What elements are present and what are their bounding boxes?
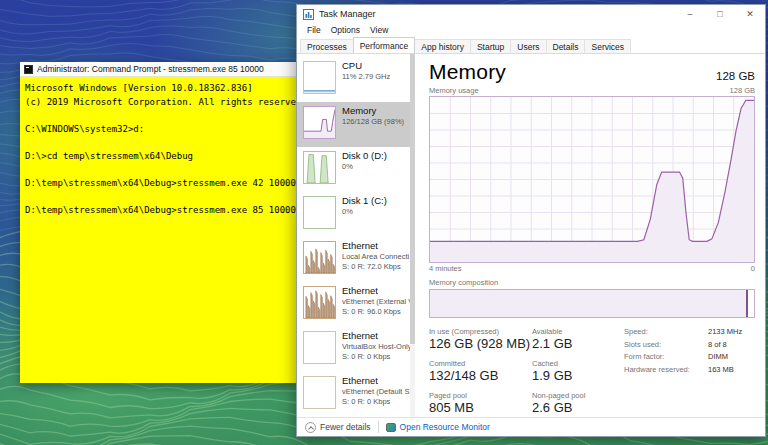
menu-bar: FileOptionsView (297, 23, 765, 37)
stat-label: Paged pool (429, 391, 526, 400)
eth-active-mini-chart (303, 241, 336, 274)
console-line: Microsoft Windows [Version 10.0.18362.83… (25, 82, 291, 96)
sidebar-item-title: Ethernet (342, 375, 411, 387)
memory-usage-chart (429, 96, 755, 263)
sidebar-item-memory[interactable]: Memory126/128 GB (98%) (297, 102, 415, 147)
task-manager-footer: Fewer details Open Resource Monitor (297, 417, 765, 436)
stat-label: Non-paged pool (532, 391, 610, 400)
disk-idle-mini-chart (303, 196, 336, 229)
sidebar-item-cpu[interactable]: CPU11% 2.79 GHz (297, 57, 415, 102)
open-resource-monitor-link[interactable]: Open Resource Monitor (386, 422, 490, 432)
performance-sidebar: CPU11% 2.79 GHzMemory126/128 GB (98%)Dis… (297, 54, 415, 417)
sidebar-item-title: Disk 1 (C:) (342, 195, 387, 207)
tab-startup[interactable]: Startup (470, 39, 511, 53)
task-manager-titlebar[interactable]: Task Manager – □ ✕ (297, 5, 765, 23)
detail-value: 2133 MHz (708, 327, 742, 336)
stat-cached: Cached1.9 GB (532, 359, 610, 384)
stat-value: 1.9 GB (532, 368, 610, 384)
sidebar-item-ethernet[interactable]: EthernetLocal Area Connecti...S: 0 R: 72… (297, 237, 415, 282)
stat-label: Committed (429, 359, 526, 368)
minimize-button[interactable]: – (675, 5, 705, 23)
tab-processes[interactable]: Processes (300, 39, 354, 53)
stat-available: Available2.1 GB (532, 327, 610, 352)
menu-options[interactable]: Options (326, 25, 365, 35)
stat-in-use-compressed-: In use (Compressed)126 GB (928 MB) (429, 327, 526, 352)
console-line (25, 136, 291, 150)
sidebar-item-disk-0-d-[interactable]: Disk 0 (D:)0% (297, 147, 415, 192)
cpu-mini-chart (303, 61, 336, 94)
task-manager-content: CPU11% 2.79 GHzMemory126/128 GB (98%)Dis… (297, 54, 765, 417)
sidebar-item-subtitle2: S: 0 R: 96.0 Kbps (342, 307, 411, 317)
fewer-details-toggle[interactable]: Fewer details (305, 422, 371, 433)
console-line: D:\temp\stressmem\x64\Debug>stressmem.ex… (25, 177, 291, 191)
console-line (25, 190, 291, 204)
sidebar-item-text: Disk 1 (C:)0% (342, 195, 387, 217)
tab-details[interactable]: Details (546, 39, 586, 53)
task-manager-window: Task Manager – □ ✕ FileOptionsView Proce… (296, 4, 766, 437)
menu-file[interactable]: File (302, 25, 326, 35)
tab-bar: ProcessesPerformanceApp historyStartupUs… (297, 37, 765, 54)
sidebar-item-text: CPU11% 2.79 GHz (342, 60, 390, 82)
eth-idle-mini-chart (303, 376, 336, 409)
detail-value: 163 MB (708, 365, 742, 374)
tab-services[interactable]: Services (584, 39, 631, 53)
sidebar-item-text: EthernetLocal Area Connecti...S: 0 R: 72… (342, 240, 411, 271)
sidebar-item-subtitle: vEthernet (Default S... (342, 387, 411, 397)
stat-value: 2.6 GB (532, 400, 610, 416)
console-line: D:\temp\stressmem\x64\Debug>stressmem.ex… (25, 204, 291, 218)
sidebar-item-title: Disk 0 (D:) (342, 150, 387, 162)
composition-in-use-segment (430, 290, 748, 317)
console-line: C:\WINDOWS\system32>d: (25, 123, 291, 137)
sidebar-item-title: CPU (342, 60, 390, 72)
open-resource-monitor-label: Open Resource Monitor (400, 422, 490, 432)
eth-active2-mini-chart (303, 286, 336, 319)
tab-users[interactable]: Users (510, 39, 546, 53)
stat-value: 805 MB (429, 400, 526, 416)
sidebar-item-subtitle: 0% (342, 162, 387, 172)
sidebar-item-disk-1-c-[interactable]: Disk 1 (C:)0% (297, 192, 415, 237)
menu-view[interactable]: View (365, 25, 393, 35)
console-line (25, 109, 291, 123)
sidebar-item-text: Disk 0 (D:)0% (342, 150, 387, 172)
detail-value: DIMM (708, 352, 742, 361)
close-button[interactable]: ✕ (735, 5, 765, 23)
x-axis-left-label: 4 minutes (429, 264, 462, 273)
console-line (25, 163, 291, 177)
memory-total-label: 128 GB (716, 70, 755, 84)
sidebar-item-ethernet[interactable]: EthernetVirtualBox Host-Only...S: 0 R: 0… (297, 327, 415, 372)
sidebar-item-ethernet[interactable]: EthernetvEthernet (External V...S: 0 R: … (297, 282, 415, 327)
stat-label: Available (532, 327, 610, 336)
sidebar-item-subtitle2: S: 0 R: 0 Kbps (342, 397, 411, 407)
cmd-titlebar[interactable]: Administrator: Command Prompt - stressme… (20, 62, 296, 77)
sidebar-item-subtitle2: S: 0 R: 72.0 Kbps (342, 262, 411, 272)
disk-active-mini-chart (303, 151, 336, 184)
sidebar-item-ethernet[interactable]: EthernetvEthernet (Default S...S: 0 R: 0… (297, 372, 415, 417)
memory-stats-grid: In use (Compressed)126 GB (928 MB)Availa… (429, 327, 610, 416)
cmd-console-output[interactable]: Microsoft Windows [Version 10.0.18362.83… (20, 77, 296, 383)
console-line: (c) 2019 Microsoft Corporation. All righ… (25, 96, 291, 110)
sidebar-scrollbar[interactable] (410, 54, 415, 417)
scrollbar-thumb[interactable] (410, 54, 415, 344)
stat-value: 126 GB (928 MB) (429, 336, 526, 352)
cmd-icon (24, 65, 33, 74)
sidebar-item-title: Ethernet (342, 240, 411, 252)
maximize-button[interactable]: □ (705, 5, 735, 23)
sidebar-item-text: Memory126/128 GB (98%) (342, 105, 404, 127)
memory-panel: Memory 128 GB Memory usage 128 GB 4 minu… (415, 54, 765, 417)
chevron-up-icon (305, 422, 316, 433)
memory-mini-chart (303, 106, 336, 139)
x-axis-right-label: 0 (751, 264, 755, 273)
sidebar-item-text: EthernetvEthernet (External V...S: 0 R: … (342, 285, 411, 316)
sidebar-item-title: Memory (342, 105, 404, 117)
sidebar-item-subtitle: 0% (342, 207, 387, 217)
window-title: Task Manager (319, 9, 675, 19)
stat-value: 2.1 GB (532, 336, 610, 352)
memory-composition-label: Memory composition (429, 278, 755, 287)
chart-max-label: 128 GB (730, 86, 755, 95)
console-line: D:\>cd temp\stressmem\x64\Debug (25, 150, 291, 164)
tab-app-history[interactable]: App history (414, 39, 471, 53)
sidebar-item-subtitle: Local Area Connecti... (342, 252, 411, 262)
sidebar-item-subtitle: 11% 2.79 GHz (342, 72, 390, 82)
sidebar-item-subtitle: vEthernet (External V... (342, 297, 411, 307)
tab-performance[interactable]: Performance (353, 37, 416, 53)
